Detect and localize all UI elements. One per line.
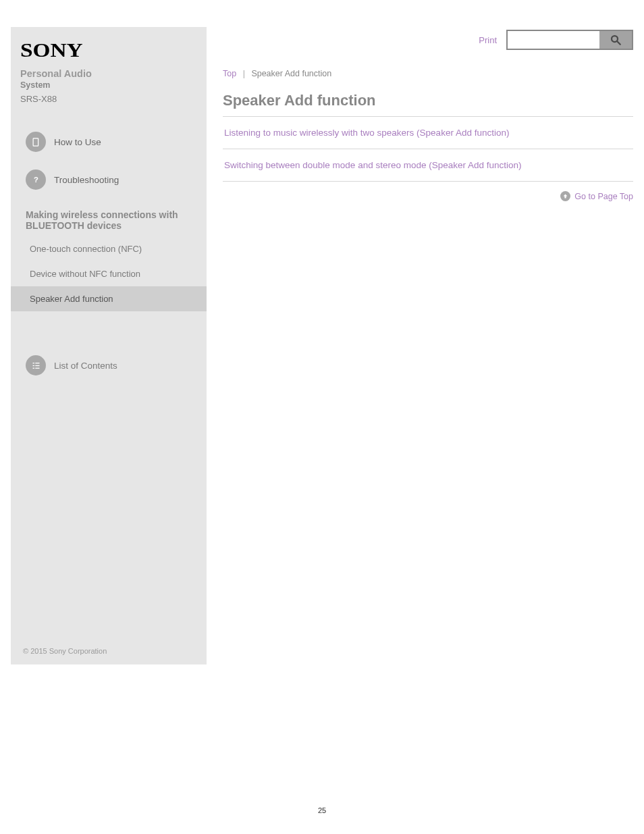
svg-rect-4 <box>35 365 39 365</box>
svg-text:?: ? <box>34 176 38 184</box>
svg-rect-3 <box>32 365 34 365</box>
breadcrumb-root[interactable]: Top <box>223 69 236 78</box>
search-button[interactable] <box>599 31 632 49</box>
brand-logo: SONY <box>20 39 197 61</box>
page-number: 25 <box>0 664 644 828</box>
book-icon <box>26 132 46 152</box>
nav-label-troubleshooting: Troubleshooting <box>54 175 119 185</box>
svg-rect-5 <box>32 367 34 368</box>
nav-label-how-to-use: How to Use <box>54 137 101 147</box>
breadcrumb-separator: | <box>243 69 245 78</box>
breadcrumb: Top | Speaker Add function <box>223 69 633 78</box>
go-to-top[interactable]: Go to Page Top <box>223 182 633 201</box>
sidebar-item-speaker-add[interactable]: Speaker Add function <box>11 286 207 311</box>
product-name-line1: Personal Audio <box>20 68 197 79</box>
arrow-up-icon <box>560 191 570 201</box>
sidebar-item-nfc[interactable]: One-touch connection (NFC) <box>20 236 197 261</box>
search-input[interactable] <box>508 31 599 49</box>
search-icon <box>610 34 622 46</box>
product-name-line2: System <box>20 80 197 90</box>
search-box <box>506 30 633 50</box>
list-icon <box>26 355 46 375</box>
brand-text: SONY <box>20 39 83 61</box>
sidebar-section-title: Making wireless connections with BLUETOO… <box>20 199 197 236</box>
page-title: Speaker Add function <box>223 92 633 117</box>
svg-rect-6 <box>35 367 39 368</box>
help-icon: ? <box>26 170 46 190</box>
sidebar-item-no-nfc[interactable]: Device without NFC function <box>20 261 197 286</box>
article-link-2[interactable]: Switching between double mode and stereo… <box>223 149 633 182</box>
main-content: Print Top | Speaker Add function Speaker… <box>223 27 633 664</box>
svg-line-8 <box>617 41 620 45</box>
go-to-top-label: Go to Page Top <box>574 192 633 201</box>
svg-rect-1 <box>32 363 34 363</box>
nav-contents-list[interactable]: List of Contents <box>20 346 197 384</box>
svg-rect-2 <box>35 363 39 363</box>
nav-label-contents: List of Contents <box>54 361 117 371</box>
nav-troubleshooting[interactable]: ? Troubleshooting <box>20 161 197 199</box>
topbar: Print <box>223 30 633 50</box>
nav-how-to-use[interactable]: How to Use <box>20 123 197 161</box>
copyright-text: © 2015 Sony Corporation <box>23 637 107 655</box>
breadcrumb-current: Speaker Add function <box>251 69 331 78</box>
sidebar: SONY Personal Audio System SRS-X88 How t… <box>11 27 207 664</box>
article-link-1[interactable]: Listening to music wirelessly with two s… <box>223 117 633 149</box>
print-link[interactable]: Print <box>479 35 497 45</box>
product-model: SRS-X88 <box>20 94 197 104</box>
